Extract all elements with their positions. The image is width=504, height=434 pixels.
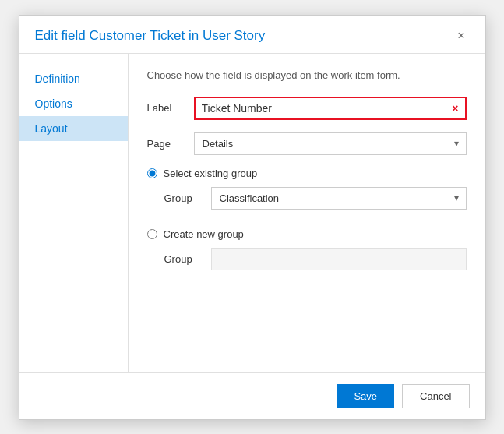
radio-section-new: Create new group Group — [147, 228, 467, 280]
page-select[interactable]: Details — [194, 132, 467, 155]
group-row-existing: Group Classification ▾ — [147, 187, 467, 210]
dialog-footer: Save Cancel — [19, 372, 485, 419]
page-select-wrapper: Details ▾ — [194, 132, 467, 155]
dialog-header: Edit field Customer Ticket in User Story… — [19, 16, 485, 54]
description-text: Choose how the field is displayed on the… — [147, 69, 467, 81]
main-content: Choose how the field is displayed on the… — [129, 54, 485, 372]
group-row-new: Group — [147, 248, 467, 270]
sidebar: Definition Options Layout — [19, 54, 129, 372]
cancel-button[interactable]: Cancel — [402, 384, 469, 408]
dialog-title: Edit field Customer Ticket in User Story — [35, 28, 266, 44]
dialog: Edit field Customer Ticket in User Story… — [19, 15, 486, 420]
radio-row-existing: Select existing group — [147, 168, 467, 179]
radio-row-new: Create new group — [147, 228, 467, 240]
label-input[interactable] — [196, 98, 446, 118]
save-button[interactable]: Save — [337, 384, 394, 408]
radio-existing[interactable] — [147, 168, 157, 178]
label-row: Label × — [147, 97, 467, 120]
dialog-body: Definition Options Layout Choose how the… — [19, 54, 485, 372]
group-select[interactable]: Classification — [211, 187, 467, 210]
radio-existing-label[interactable]: Select existing group — [164, 168, 258, 179]
label-input-wrapper: × — [194, 97, 467, 120]
radio-new[interactable] — [147, 229, 157, 239]
page-row: Page Details ▾ — [147, 132, 467, 155]
group-select-wrapper: Classification ▾ — [211, 187, 467, 210]
close-button[interactable]: × — [453, 28, 469, 44]
sidebar-item-definition[interactable]: Definition — [19, 66, 128, 91]
clear-icon[interactable]: × — [446, 99, 464, 118]
new-group-input — [211, 248, 467, 270]
page-label: Page — [147, 138, 194, 150]
radio-section-existing: Select existing group Group Classificati… — [147, 168, 467, 219]
label-field-label: Label — [147, 102, 194, 114]
group-label-existing: Group — [164, 192, 211, 204]
sidebar-item-options[interactable]: Options — [19, 91, 128, 116]
radio-new-label[interactable]: Create new group — [164, 228, 244, 240]
sidebar-item-layout[interactable]: Layout — [19, 116, 128, 141]
group-label-new: Group — [164, 253, 211, 265]
